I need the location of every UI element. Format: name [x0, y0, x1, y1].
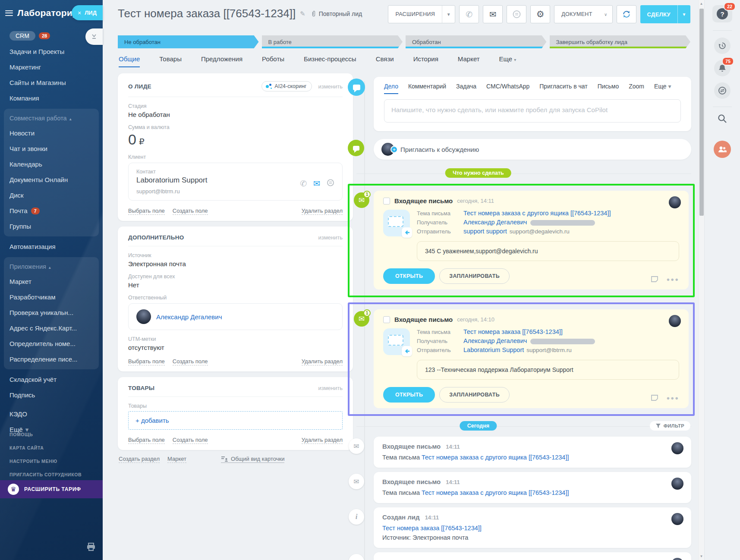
- call-button[interactable]: ✆: [459, 5, 479, 23]
- composer-tab-comment[interactable]: Комментарий: [408, 83, 446, 94]
- delete-section-link[interactable]: Удалить раздел: [302, 437, 343, 444]
- add-product-link[interactable]: + добавить: [135, 417, 169, 424]
- sidebar-item-groups[interactable]: Группы: [4, 219, 99, 234]
- edit-title-icon[interactable]: ✎: [300, 10, 305, 18]
- sidebar-item-signature[interactable]: Подпись: [0, 387, 103, 403]
- mail-title[interactable]: Входящее письмо: [394, 316, 453, 323]
- create-field-link[interactable]: Создать поле: [173, 358, 208, 365]
- search-button[interactable]: [718, 114, 727, 125]
- history-subject-link[interactable]: Тест номера заказа с другого ящика [[765…: [422, 489, 569, 496]
- history-card[interactable]: Входящее письмо14:11 Тема письма Тест но…: [374, 437, 691, 468]
- mail-title[interactable]: Входящее письмо: [394, 197, 453, 204]
- composer-tab-sms-whatsapp[interactable]: СМС/WhatsApp: [486, 83, 529, 94]
- sidebar-item-docs-online[interactable]: Документы Онлайн: [4, 172, 99, 188]
- delete-section-link[interactable]: Удалить раздел: [302, 208, 343, 215]
- market-link[interactable]: Маркет: [167, 456, 186, 463]
- schedule-button[interactable]: ЗАПЛАНИРОВАТЬ: [439, 268, 510, 284]
- chat-button[interactable]: [507, 5, 526, 23]
- contact-email[interactable]: support@lbtrm.ru: [136, 188, 334, 195]
- note-icon[interactable]: [651, 276, 658, 283]
- sidebar-item-mail-distribution[interactable]: Распределение писе...: [4, 352, 99, 367]
- ai-scoring-button[interactable]: AI24-скоринг: [261, 81, 312, 91]
- tab-quotes[interactable]: Предложения: [201, 55, 242, 67]
- email-button[interactable]: ✉: [483, 5, 503, 23]
- history-card[interactable]: Входящее письмо14:11 Тема письма Тест но…: [374, 472, 691, 503]
- messenger-button[interactable]: [714, 82, 731, 99]
- recipient-link[interactable]: Александр Дегалевич: [463, 337, 527, 344]
- tab-market[interactable]: Маркет: [458, 55, 480, 67]
- open-mail-button[interactable]: ОТКРЫТЬ: [383, 387, 435, 403]
- history-card[interactable]: Входящее письмо14:10 Тема письма Тест но…: [374, 552, 691, 560]
- printer-icon[interactable]: [86, 543, 96, 553]
- sidebar-link-configure-menu[interactable]: НАСТРОИТЬ МЕНЮ: [9, 455, 82, 468]
- history-subject-link[interactable]: Тест номера заказа с другого ящика [[765…: [422, 454, 569, 461]
- scroll-up-arrow[interactable]: ▲: [699, 2, 704, 6]
- select-field-link[interactable]: Выбрать поле: [128, 208, 165, 215]
- sidebar-item-company[interactable]: Компания: [0, 91, 103, 106]
- contact-card[interactable]: Контакт Laboratorium Support support@lbt…: [128, 163, 343, 201]
- document-button[interactable]: ДОКУМЕНТ ∨: [554, 5, 612, 23]
- close-icon[interactable]: ×: [78, 9, 81, 16]
- create-field-link[interactable]: Создать поле: [173, 208, 208, 215]
- invite-to-discussion[interactable]: + Пригласить к обсуждению: [374, 139, 691, 160]
- sidebar-item-uniqueness-check[interactable]: Проверка уникальн...: [4, 305, 99, 321]
- tab-more[interactable]: Еще: [499, 55, 516, 67]
- sidebar-item-yandex-maps-address[interactable]: Адрес с Яндекс.Карт...: [4, 321, 99, 336]
- tab-products[interactable]: Товары: [159, 55, 182, 67]
- lead-entity-chip[interactable]: × ЛИД: [72, 5, 103, 20]
- field-value-source[interactable]: Электронная почта: [128, 260, 343, 267]
- mail-body-preview[interactable]: 345 С уважением,support@degalevich.ru: [417, 241, 679, 261]
- employees-button[interactable]: [714, 141, 731, 158]
- settings-button[interactable]: ⚙: [530, 5, 550, 23]
- mail-checkbox[interactable]: [383, 198, 390, 204]
- chevron-down-icon[interactable]: ▼: [442, 6, 455, 23]
- sidebar-item-marketing[interactable]: Маркетинг: [0, 60, 103, 75]
- stage-in-progress[interactable]: В работе: [262, 35, 403, 48]
- sync-button[interactable]: [617, 5, 636, 23]
- sidebar-section-collaboration[interactable]: Совместная работа: [4, 111, 99, 126]
- delete-section-link[interactable]: Удалить раздел: [302, 358, 343, 365]
- filter-button[interactable]: ФИЛЬТР: [650, 421, 690, 431]
- sidebar-item-automation[interactable]: Автоматизация: [0, 239, 103, 255]
- sidebar-item-sites[interactable]: Сайты и Магазины: [0, 75, 103, 91]
- sidebar-link-invite-employees[interactable]: ПРИГЛАСИТЬ СОТРУДНИКОВ: [9, 468, 82, 481]
- composer-tab-task[interactable]: Задача: [456, 83, 476, 94]
- sidebar-item-calendar[interactable]: Календарь: [4, 157, 99, 172]
- tab-history[interactable]: История: [413, 55, 438, 67]
- schedule-button[interactable]: ЗАПЛАНИРОВАТЬ: [439, 387, 510, 403]
- extensions-button[interactable]: РАСШИРЕНИЯ ▼: [388, 5, 455, 23]
- add-product-box[interactable]: + добавить: [128, 411, 343, 430]
- composer-tab-more[interactable]: Еще: [654, 83, 671, 94]
- avatar[interactable]: [669, 315, 681, 327]
- mail-subject-link[interactable]: Тест номера заказа [[76543-1234]]: [463, 328, 563, 335]
- more-actions-icon[interactable]: ●●●: [666, 276, 679, 283]
- stage-not-processed[interactable]: Не обработан: [118, 35, 259, 48]
- mail-body-preview[interactable]: 123 --Техническая поддержка Лабораториум…: [417, 360, 679, 380]
- avatar[interactable]: [671, 478, 683, 490]
- history-card-lead-created[interactable]: Создан лид14:11 Тест номера заказа [[765…: [374, 507, 691, 548]
- responsible-name[interactable]: Александр Дегалевич: [156, 313, 222, 321]
- chevron-down-icon[interactable]: ▼: [677, 5, 690, 23]
- tab-general[interactable]: Общие: [119, 55, 140, 67]
- sidebar-link-help[interactable]: ПОМОЩЬ: [9, 428, 82, 441]
- select-field-link[interactable]: Выбрать поле: [128, 358, 165, 365]
- phone-icon[interactable]: ✆: [300, 179, 307, 189]
- composer-tab-zoom[interactable]: Zoom: [629, 83, 644, 94]
- stage-finish-processing[interactable]: Завершить обработку лида: [550, 35, 691, 48]
- hamburger-menu-icon[interactable]: [5, 10, 13, 16]
- sidebar-item-warehouse[interactable]: Складской учёт: [0, 372, 103, 387]
- chat-icon[interactable]: [327, 179, 334, 189]
- field-value-shared[interactable]: Нет: [128, 281, 343, 289]
- mail-subject-link[interactable]: Тест номера заказа с другого ящика [[765…: [463, 210, 611, 217]
- sender-link[interactable]: Laboratorium Support: [463, 346, 524, 353]
- field-value-stage[interactable]: Не обработан: [128, 111, 343, 118]
- edit-section-link[interactable]: изменить: [318, 83, 343, 90]
- tab-business-processes[interactable]: Бизнес-процессы: [304, 55, 356, 67]
- history-sync-button[interactable]: [714, 38, 731, 54]
- sidebar-item-tasks[interactable]: Задачи и Проекты: [0, 44, 103, 60]
- composer-input[interactable]: Напишите, что нужно сделать, или нажмите…: [384, 99, 681, 123]
- sidebar-item-market[interactable]: Маркет: [4, 274, 99, 289]
- composer-tab-invite-chat[interactable]: Пригласить в чат: [539, 83, 587, 94]
- sidebar-item-mail[interactable]: Почта7: [4, 203, 99, 219]
- sidebar-item-news[interactable]: Новости: [4, 126, 99, 141]
